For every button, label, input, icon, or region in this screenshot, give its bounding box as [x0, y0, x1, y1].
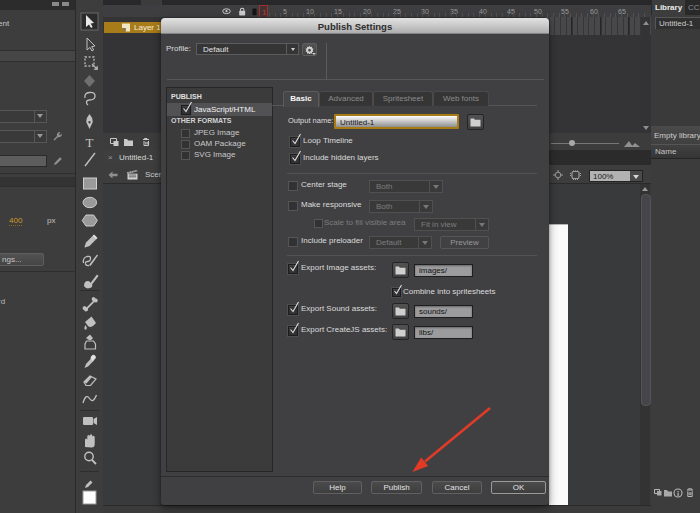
svg-text:T: T — [86, 135, 94, 150]
